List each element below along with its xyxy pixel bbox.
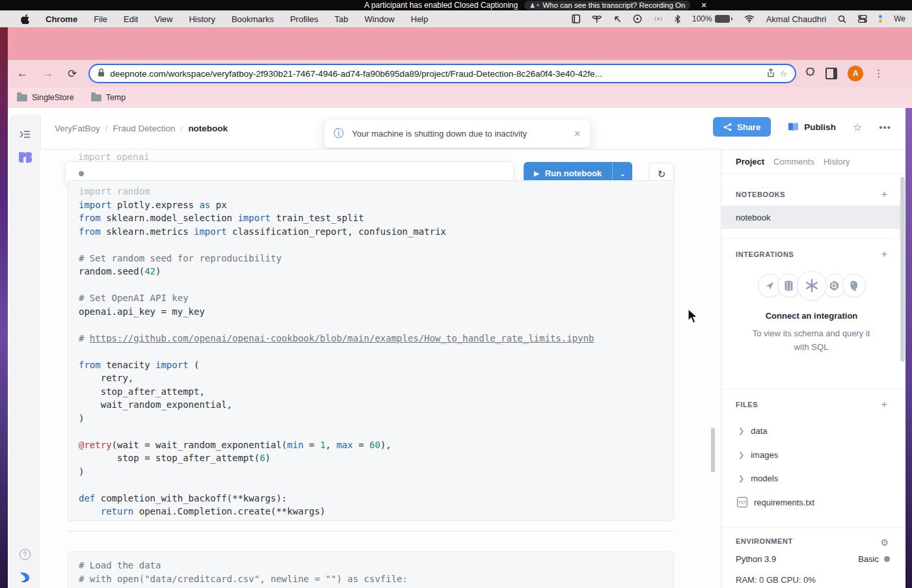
add-notebook-button[interactable]: + xyxy=(881,189,887,200)
airplay-icon[interactable] xyxy=(654,15,663,23)
code-line: ) xyxy=(79,465,673,479)
environment-settings-gear-icon[interactable]: ⚙ xyxy=(880,537,889,548)
closed-captioning-message: A participant has enabled Closed Caption… xyxy=(364,1,518,10)
main-scrollbar-thumb[interactable] xyxy=(711,428,715,472)
connect-integration-title[interactable]: Connect an integration xyxy=(721,311,902,321)
sidebar-tab-comments[interactable]: Comments xyxy=(773,157,814,167)
breadcrumb-notebook[interactable]: notebook xyxy=(188,124,228,133)
deepnote-logo[interactable] xyxy=(9,571,40,584)
project-sidebar: ProjectCommentsHistory NOTEBOOKS + noteb… xyxy=(721,150,905,588)
apps-icon[interactable] xyxy=(9,151,40,164)
person-icon: ♟ xyxy=(530,2,535,9)
share-page-icon[interactable] xyxy=(767,68,775,79)
code-line: # Load the data xyxy=(79,559,673,572)
menu-bookmarks[interactable]: Bookmarks xyxy=(232,14,274,24)
inactivity-toast: ⓘ Your machine is shutting down due to i… xyxy=(324,119,591,148)
code-line: openai.api_key = my_key xyxy=(79,305,673,319)
info-icon: ⓘ xyxy=(334,127,344,140)
divider xyxy=(721,389,905,390)
utility-app-icon[interactable] xyxy=(592,15,602,23)
bluetooth-icon[interactable] xyxy=(675,15,680,23)
spotlight-search-icon[interactable] xyxy=(838,15,846,23)
forward-button[interactable]: → xyxy=(42,67,53,80)
cursor-app-icon[interactable] xyxy=(613,15,621,23)
postgres-integration-icon[interactable] xyxy=(842,274,866,297)
menu-view[interactable]: View xyxy=(154,14,172,24)
snowflake-integration-icon[interactable] xyxy=(797,271,827,301)
scrolled-code-line: import openai xyxy=(78,152,150,162)
breadcrumb-separator: / xyxy=(181,124,183,133)
menu-tab[interactable]: Tab xyxy=(334,14,348,24)
expand-sidebar-icon[interactable] xyxy=(9,130,40,139)
close-icon[interactable]: ✕ xyxy=(701,1,706,10)
help-icon[interactable]: ? xyxy=(9,549,40,560)
file-folder-data[interactable]: ❯data xyxy=(738,426,768,436)
breadcrumb-fraud-detection[interactable]: Fraud Detection xyxy=(113,124,176,133)
sidebar-tab-history[interactable]: History xyxy=(824,157,850,167)
share-button[interactable]: Share xyxy=(713,117,771,137)
reload-button[interactable]: ⟳ xyxy=(68,67,77,81)
menu-edit[interactable]: Edit xyxy=(124,14,138,24)
files-header: FILES xyxy=(736,401,758,408)
back-button[interactable]: ← xyxy=(17,67,28,80)
menu-help[interactable]: Help xyxy=(411,14,429,24)
code-line: # with open("data/creditcard.csv", newli… xyxy=(79,572,673,586)
bookmark-folder-singlestore[interactable]: SingleStore xyxy=(17,93,74,102)
address-bar[interactable]: deepnote.com/workspace/veryfatboy-2f930b… xyxy=(88,64,796,83)
file-folder-models[interactable]: ❯models xyxy=(738,474,778,483)
battery-indicator[interactable]: 100% xyxy=(692,14,732,23)
side-panel-icon[interactable] xyxy=(825,68,837,79)
menu-profiles[interactable]: Profiles xyxy=(290,14,318,24)
play-circle-icon[interactable] xyxy=(633,14,642,23)
code-line: # https://github.com/openai/openai-cookb… xyxy=(79,332,673,345)
sidebar-tab-project[interactable]: Project xyxy=(736,157,764,167)
machine-status-dot xyxy=(884,556,890,562)
add-file-button[interactable]: + xyxy=(881,399,887,410)
url-text: deepnote.com/workspace/veryfatboy-2f930b… xyxy=(110,69,761,79)
add-integration-button[interactable]: + xyxy=(881,248,887,260)
code-line: @retry(wait = wait_random_exponential(mi… xyxy=(79,438,673,452)
code-block-imports[interactable]: import randomimport plotly.express as px… xyxy=(68,180,674,521)
transcript-pill[interactable]: ♟ Who can see this transcript? Recording… xyxy=(524,1,690,10)
file-folder-images[interactable]: ❯images xyxy=(738,450,778,460)
code-line: wait_random_exponential, xyxy=(79,398,673,412)
blue-dot-icon xyxy=(537,4,539,7)
apple-logo-icon[interactable] xyxy=(21,14,29,24)
play-icon: ▶ xyxy=(534,170,539,177)
bookmark-folder-temp[interactable]: Temp xyxy=(91,93,126,102)
file-requirements-txt[interactable]: TXTrequirements.txt xyxy=(737,497,814,507)
left-rail: ? xyxy=(9,114,41,588)
menu-window[interactable]: Window xyxy=(364,14,394,24)
code-line xyxy=(79,345,673,358)
more-options-icon[interactable]: ••• xyxy=(879,122,891,133)
toast-close-icon[interactable]: ✕ xyxy=(574,129,581,139)
machine-label[interactable]: Basic xyxy=(858,554,879,564)
code-line xyxy=(79,478,673,492)
more-menu-icon[interactable]: ⋮ xyxy=(874,68,883,79)
sidebar-item-notebook[interactable]: notebook xyxy=(721,206,902,229)
wifi-icon[interactable] xyxy=(744,15,755,23)
code-line: from tenacity import ( xyxy=(79,358,673,372)
profile-avatar[interactable]: A xyxy=(848,66,863,81)
breadcrumb-veryfatboy[interactable]: VeryFatBoy xyxy=(55,124,100,133)
runtime-label[interactable]: Python 3.9 xyxy=(736,554,776,564)
book-icon xyxy=(788,122,799,131)
menubar-clock[interactable]: We xyxy=(894,14,905,23)
bookmark-star-icon[interactable]: ☆ xyxy=(780,69,788,79)
chevron-right-icon: ❯ xyxy=(738,474,744,483)
menu-file[interactable]: File xyxy=(94,14,107,24)
code-block-load-data[interactable]: # Load the data# with open("data/creditc… xyxy=(68,552,674,588)
extensions-puzzle-icon[interactable] xyxy=(805,68,815,80)
block-divider xyxy=(68,531,674,531)
macos-menu-bar: Chrome FileEditViewHistoryBookmarksProfi… xyxy=(0,10,912,27)
notebook-app-icon[interactable] xyxy=(572,14,580,23)
favorite-star-icon[interactable]: ☆ xyxy=(853,121,862,133)
publish-button[interactable]: Publish xyxy=(788,122,836,132)
menu-history[interactable]: History xyxy=(189,14,215,24)
menubar-username[interactable]: Akmal Chaudhri xyxy=(766,14,827,24)
sidebar-scrollbar-thumb[interactable] xyxy=(900,177,905,362)
control-center-icon[interactable] xyxy=(858,15,867,23)
menu-chrome[interactable]: Chrome xyxy=(46,14,77,24)
code-line: random.seed(42) xyxy=(79,265,673,278)
code-line: ) xyxy=(79,412,673,425)
